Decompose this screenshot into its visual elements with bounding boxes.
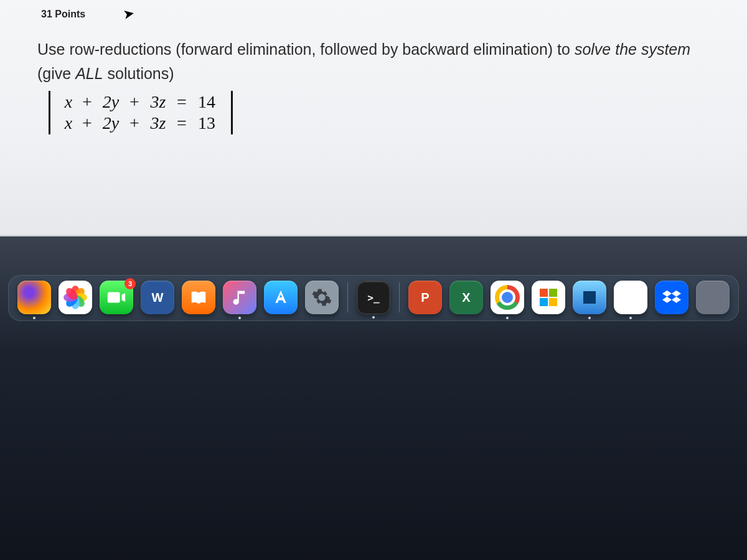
powerpoint-icon[interactable]: P xyxy=(408,281,442,314)
photos-flower-icon xyxy=(63,286,87,309)
equation-system: x + 2y + 3z = 14 x + 2y + 3z = 13 xyxy=(49,91,710,134)
macos-dock: 3 W >_ P X xyxy=(8,275,739,321)
open-book-icon xyxy=(189,288,208,307)
dropbox-icon[interactable] xyxy=(655,281,688,314)
photos-icon[interactable] xyxy=(59,281,92,314)
generic-app-icon[interactable] xyxy=(696,281,730,314)
notification-badge: 3 xyxy=(125,278,136,289)
terminal-prompt-icon: >_ xyxy=(367,292,379,304)
word-blue-icon[interactable]: W xyxy=(614,281,647,314)
eq-term: x xyxy=(60,113,77,133)
firefox-icon[interactable] xyxy=(17,281,51,314)
eq-term: 3z xyxy=(144,113,172,133)
eq-op: + xyxy=(77,113,97,133)
equation-row: x + 2y + 3z = 13 xyxy=(60,113,222,133)
question-line2b: ALL xyxy=(75,65,103,82)
left-brace-icon xyxy=(49,91,52,134)
app-letter: P xyxy=(421,291,429,305)
microsoft-store-icon[interactable] xyxy=(532,281,565,314)
points-label: 31 Points xyxy=(41,9,710,20)
music-note-icon xyxy=(231,289,248,306)
terminal-icon[interactable]: >_ xyxy=(357,281,390,314)
dock-separator xyxy=(347,282,348,312)
running-indicator-icon xyxy=(33,317,35,319)
running-indicator-icon xyxy=(629,317,632,319)
running-indicator-icon xyxy=(588,317,591,319)
eq-rhs: 14 xyxy=(192,92,222,112)
question-line1a: Use row-reductions (forward elimination,… xyxy=(37,40,575,58)
dock-container: 3 W >_ P X xyxy=(0,275,747,321)
photo-icon xyxy=(580,288,599,307)
dropbox-logo-icon xyxy=(662,288,681,307)
system-settings-icon[interactable] xyxy=(305,281,339,314)
eq-rhs: 13 xyxy=(192,113,222,133)
video-camera-icon xyxy=(106,287,127,308)
eq-term: x xyxy=(60,92,77,112)
eq-term: 2y xyxy=(97,113,125,133)
eq-equals: = xyxy=(172,113,192,133)
app-letter: X xyxy=(462,291,470,305)
excel-icon[interactable]: X xyxy=(449,281,483,314)
running-indicator-icon xyxy=(506,317,509,319)
windows-logo-icon xyxy=(540,289,557,306)
books-icon[interactable] xyxy=(182,281,215,314)
running-indicator-icon xyxy=(238,317,241,319)
dock-separator xyxy=(399,282,400,312)
chrome-icon[interactable] xyxy=(491,281,524,314)
gear-icon xyxy=(311,287,332,308)
eq-op: + xyxy=(125,113,144,133)
eq-term: 3z xyxy=(144,92,172,112)
eq-op: + xyxy=(125,92,144,112)
letter-a-icon xyxy=(271,288,290,307)
eq-op: + xyxy=(77,92,97,112)
document-viewport: 31 Points ➤ Use row-reductions (forward … xyxy=(0,0,747,236)
question-line1b: solve the system xyxy=(575,40,690,58)
word-icon[interactable]: W xyxy=(141,281,174,314)
eq-equals: = xyxy=(172,92,192,112)
cursor-icon: ➤ xyxy=(122,6,136,24)
app-letter: W xyxy=(152,291,164,305)
music-icon[interactable] xyxy=(223,281,256,314)
equation-row: x + 2y + 3z = 14 xyxy=(60,92,222,112)
preview-icon[interactable] xyxy=(573,281,606,314)
right-brace-icon xyxy=(229,91,233,134)
question-line2c: solutions) xyxy=(103,65,174,82)
facetime-icon[interactable]: 3 xyxy=(100,281,133,314)
app-store-icon[interactable] xyxy=(264,281,298,314)
chrome-logo-icon xyxy=(495,285,520,310)
running-indicator-icon xyxy=(372,316,375,319)
question-line2a: (give xyxy=(37,65,75,82)
question-text: Use row-reductions (forward elimination,… xyxy=(37,37,710,86)
app-letter: W xyxy=(622,287,639,307)
eq-term: 2y xyxy=(97,92,125,112)
